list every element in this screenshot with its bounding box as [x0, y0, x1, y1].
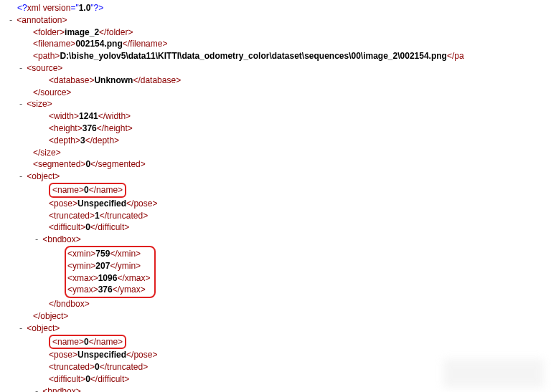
object1-pose-line: <pose>Unspecified</pose>: [4, 198, 551, 210]
annotation-open-line: - <annotation>: [4, 14, 551, 27]
database-line: <database>Unknown</database>: [4, 75, 551, 87]
filename-line: <filename>002154.png</filename>: [4, 38, 551, 50]
segmented-line: <segmented>0</segmented>: [4, 158, 551, 171]
object1-open-line: - <object>: [4, 171, 551, 183]
source-open-line: - <source>: [4, 62, 551, 75]
collapse-toggle-icon[interactable]: -: [33, 234, 40, 246]
collapse-toggle-icon[interactable]: -: [17, 171, 24, 183]
collapse-toggle-icon[interactable]: -: [17, 98, 24, 110]
xml-declaration: <?xml version="1.0"?>: [4, 2, 551, 14]
height-line: <height>376</height>: [4, 123, 551, 135]
object2-open-line: - <object>: [4, 322, 551, 335]
object1-truncated-line: <truncated>1</truncated>: [4, 210, 551, 222]
object2-name-line: <name>0</name>: [4, 335, 551, 350]
width-line: <width>1241</width>: [4, 110, 551, 123]
highlight-box: <name>0</name>: [49, 183, 126, 198]
collapse-toggle-icon[interactable]: -: [7, 14, 14, 27]
annotation-tag: <annotation>: [17, 15, 67, 25]
object1-name-line: <name>0</name>: [4, 183, 551, 198]
collapse-toggle-icon[interactable]: -: [17, 62, 24, 75]
depth-line: <depth>3</depth>: [4, 135, 551, 147]
object1-difficult-line: <difficult>0</difficult>: [4, 221, 551, 234]
watermark-blur: [443, 359, 544, 388]
folder-line: <folder>image_2</folder>: [4, 27, 551, 39]
source-close-line: </source>: [4, 87, 551, 99]
collapse-toggle-icon[interactable]: -: [17, 322, 24, 335]
object1-bndbox-block: <xmin>759</xmin> <ymin>207</ymin> <xmax>…: [4, 246, 551, 298]
highlight-box: <name>0</name>: [49, 335, 126, 350]
object1-close-line: </object>: [4, 310, 551, 322]
object1-bndbox-open-line: - <bndbox>: [4, 234, 551, 246]
highlight-box: <xmin>759</xmin> <ymin>207</ymin> <xmax>…: [65, 246, 156, 298]
size-close-line: </size>: [4, 147, 551, 159]
collapse-toggle-icon[interactable]: -: [33, 386, 40, 392]
object1-bndbox-close-line: </bndbox>: [4, 298, 551, 310]
path-line: <path>D:\bishe_yolov5\data11\KITTI\data_…: [4, 50, 551, 62]
size-open-line: - <size>: [4, 98, 551, 110]
